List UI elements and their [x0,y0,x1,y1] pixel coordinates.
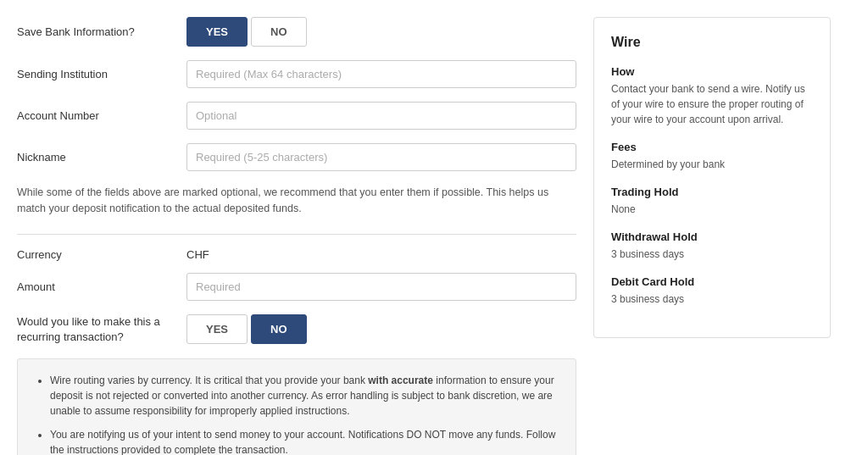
sidebar-trading-hold-title: Trading Hold [611,186,813,198]
sidebar-fees-section: Fees Determined by your bank [611,141,813,172]
amount-label: Amount [17,280,186,293]
sidebar-trading-hold-section: Trading Hold None [611,186,813,217]
notice-box: Wire routing varies by currency. It is c… [17,358,576,455]
nickname-row: Nickname [17,143,576,171]
save-bank-row: Save Bank Information? YES NO [17,17,576,47]
sidebar-fees-text: Determined by your bank [611,157,813,172]
nickname-input-wrap [186,143,576,171]
notice-item-1: Wire routing varies by currency. It is c… [50,373,559,419]
sidebar-trading-hold-text: None [611,202,813,217]
sidebar-fees-title: Fees [611,141,813,153]
bold-accurate: with accurate [368,375,433,386]
sidebar-debit-card-hold-section: Debit Card Hold 3 business days [611,275,813,307]
notice-list: Wire routing varies by currency. It is c… [35,373,559,455]
save-bank-no-button[interactable]: NO [251,17,307,47]
account-number-label: Account Number [17,109,186,122]
nickname-label: Nickname [17,151,186,164]
divider-1 [17,234,576,235]
sending-institution-row: Sending Institution [17,60,576,88]
sidebar: Wire How Contact your bank to send a wir… [593,17,831,338]
sidebar-withdrawal-hold-section: Withdrawal Hold 3 business days [611,230,813,262]
currency-label: Currency [17,248,186,261]
recurring-label: Would you like to make this a recurring … [17,314,186,345]
sending-institution-input-wrap [186,60,576,88]
optional-fields-info: While some of the fields above are marke… [17,185,576,217]
account-number-row: Account Number [17,102,576,130]
sidebar-debit-card-hold-text: 3 business days [611,291,813,307]
notice-item-2: You are notifying us of your intent to s… [50,427,559,455]
save-bank-btn-group: YES NO [186,17,310,47]
sidebar-how-section: How Contact your bank to send a wire. No… [611,65,813,127]
currency-row: Currency CHF [17,248,576,261]
main-form: Save Bank Information? YES NO Sending In… [17,17,576,455]
sending-institution-label: Sending Institution [17,68,186,80]
sidebar-withdrawal-hold-text: 3 business days [611,247,813,262]
save-bank-yes-button[interactable]: YES [186,17,248,47]
account-number-input-wrap [186,102,576,130]
account-number-input[interactable] [186,102,576,130]
recurring-btn-group: YES NO [186,314,310,344]
recurring-yes-button[interactable]: YES [186,314,248,344]
recurring-no-button[interactable]: NO [251,314,307,344]
recurring-row: Would you like to make this a recurring … [17,314,576,345]
amount-input[interactable] [186,273,576,301]
sending-institution-input[interactable] [186,60,576,88]
amount-row: Amount [17,273,576,301]
currency-value: CHF [186,248,209,261]
sidebar-how-text: Contact your bank to send a wire. Notify… [611,81,813,127]
amount-input-wrap [186,273,576,301]
sidebar-withdrawal-hold-title: Withdrawal Hold [611,230,813,243]
sidebar-title: Wire [611,35,813,50]
sidebar-how-title: How [611,65,813,78]
sidebar-debit-card-hold-title: Debit Card Hold [611,275,813,288]
nickname-input[interactable] [186,143,576,171]
save-bank-label: Save Bank Information? [17,25,186,38]
